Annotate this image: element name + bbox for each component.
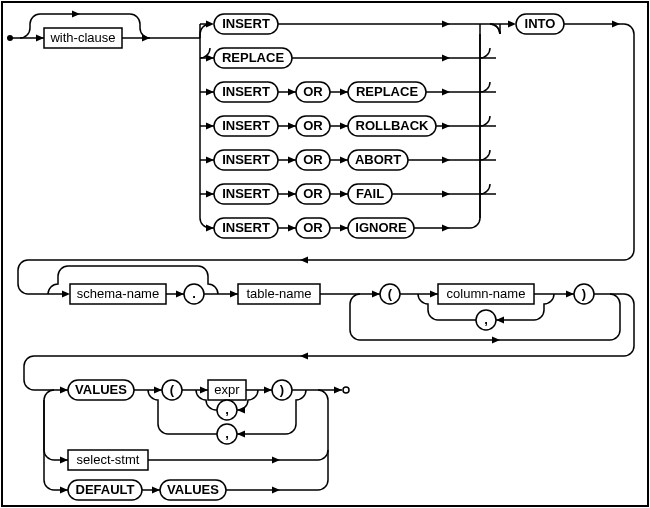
replace-keyword: REPLACE — [348, 82, 426, 102]
svg-text:INSERT: INSERT — [222, 220, 270, 235]
rparen-token: ) — [272, 380, 292, 400]
insert-keyword: INSERT — [214, 218, 278, 238]
svg-text:,: , — [225, 426, 229, 441]
svg-text:table-name: table-name — [246, 286, 311, 301]
svg-text:INSERT: INSERT — [222, 84, 270, 99]
or-keyword: OR — [296, 150, 330, 170]
svg-text:OR: OR — [303, 220, 323, 235]
svg-text:schema-name: schema-name — [77, 286, 159, 301]
default-keyword: DEFAULT — [68, 480, 142, 500]
svg-point-63 — [343, 387, 349, 393]
comma-token: , — [217, 424, 237, 444]
svg-text:VALUES: VALUES — [75, 382, 127, 397]
schema-name-node: schema-name — [70, 284, 166, 304]
insert-keyword: INSERT — [214, 184, 278, 204]
or-keyword: OR — [296, 82, 330, 102]
svg-text:): ) — [582, 286, 586, 301]
or-keyword: OR — [296, 218, 330, 238]
insert-keyword: INSERT — [214, 82, 278, 102]
comma-token: , — [476, 310, 496, 330]
svg-text:OR: OR — [303, 84, 323, 99]
svg-text:OR: OR — [303, 118, 323, 133]
lparen-token: ( — [380, 284, 400, 304]
table-name-node: table-name — [238, 284, 320, 304]
svg-text:with-clause: with-clause — [49, 30, 115, 45]
svg-text:): ) — [280, 382, 284, 397]
rollback-keyword: ROLLBACK — [348, 116, 436, 136]
insert-keyword: INSERT — [214, 116, 278, 136]
svg-text:REPLACE: REPLACE — [356, 84, 418, 99]
fail-keyword: FAIL — [348, 184, 392, 204]
replace-keyword: REPLACE — [214, 48, 292, 68]
svg-text:INTO: INTO — [525, 16, 556, 31]
svg-text:INSERT: INSERT — [222, 186, 270, 201]
select-stmt-node: select-stmt — [68, 450, 148, 470]
expr-node: expr — [208, 380, 246, 400]
values-keyword: VALUES — [68, 380, 134, 400]
abort-keyword: ABORT — [348, 150, 408, 170]
svg-text:INSERT: INSERT — [222, 118, 270, 133]
lparen-token: ( — [162, 380, 182, 400]
insert-keyword: INSERT — [214, 14, 278, 34]
svg-text:OR: OR — [303, 186, 323, 201]
or-keyword: OR — [296, 116, 330, 136]
svg-text:ABORT: ABORT — [355, 152, 401, 167]
into-keyword: INTO — [516, 14, 564, 34]
svg-text:,: , — [225, 402, 229, 417]
comma-token: , — [217, 400, 237, 420]
svg-text:select-stmt: select-stmt — [77, 452, 140, 467]
svg-text:VALUES: VALUES — [167, 482, 219, 497]
rparen-token: ) — [574, 284, 594, 304]
ignore-keyword: IGNORE — [348, 218, 414, 238]
svg-text:INSERT: INSERT — [222, 16, 270, 31]
svg-text:,: , — [484, 312, 488, 327]
svg-text:INSERT: INSERT — [222, 152, 270, 167]
svg-text:OR: OR — [303, 152, 323, 167]
svg-text:IGNORE: IGNORE — [355, 220, 407, 235]
svg-text:.: . — [192, 286, 196, 301]
svg-text:expr: expr — [214, 382, 240, 397]
with-clause-node: with-clause — [44, 28, 122, 48]
svg-text:column-name: column-name — [447, 286, 526, 301]
column-name-node: column-name — [438, 284, 534, 304]
svg-text:FAIL: FAIL — [356, 186, 384, 201]
svg-text:DEFAULT: DEFAULT — [76, 482, 135, 497]
svg-rect-1 — [2, 2, 648, 506]
values-keyword: VALUES — [160, 480, 226, 500]
dot-token: . — [184, 284, 204, 304]
or-keyword: OR — [296, 184, 330, 204]
svg-text:(: ( — [170, 382, 175, 397]
insert-keyword: INSERT — [214, 150, 278, 170]
svg-text:REPLACE: REPLACE — [222, 50, 284, 65]
svg-text:(: ( — [388, 286, 393, 301]
svg-text:ROLLBACK: ROLLBACK — [356, 118, 430, 133]
